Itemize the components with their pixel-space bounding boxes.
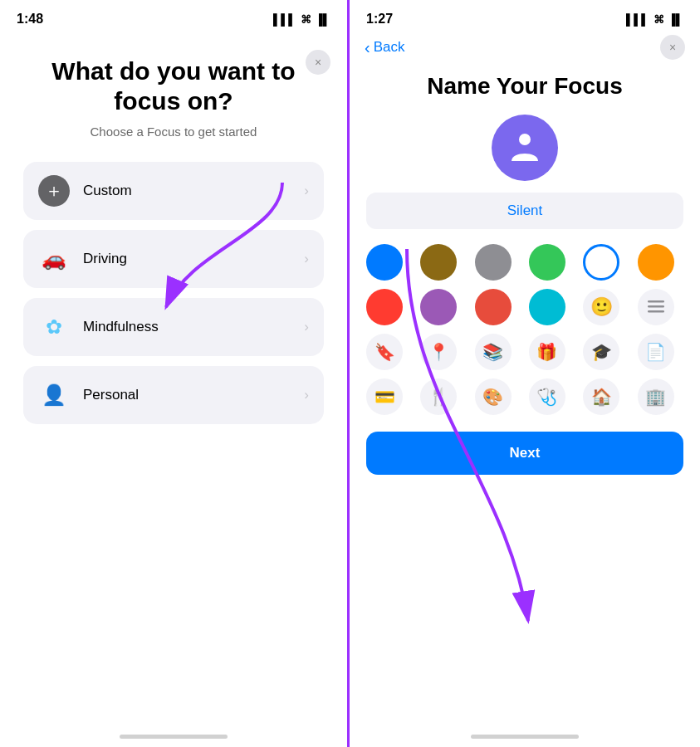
focus-item-personal[interactable]: 👤 Personal › xyxy=(23,366,324,424)
left-status-icons: ▌▌▌ ⌘ ▐▌ xyxy=(273,13,330,26)
wifi-icon: ⌘ xyxy=(301,13,311,26)
back-button[interactable]: ‹ Back xyxy=(365,38,404,57)
next-button[interactable]: Next xyxy=(366,432,683,475)
driving-icon: 🚗 xyxy=(38,243,70,275)
close-button-right[interactable]: × xyxy=(660,35,685,60)
left-home-indicator xyxy=(120,735,228,739)
right-signal-icon: ▌▌▌ xyxy=(626,13,649,26)
back-chevron-icon: ‹ xyxy=(365,38,370,57)
icon-fork[interactable]: 🍴 xyxy=(420,378,457,415)
right-home-indicator xyxy=(471,735,579,739)
color-red[interactable] xyxy=(366,289,403,325)
svg-rect-3 xyxy=(648,310,664,313)
color-teal[interactable] xyxy=(529,289,565,325)
left-content: What do you want to focus on? Choose a F… xyxy=(0,32,347,424)
icon-pin[interactable]: 📍 xyxy=(420,334,457,370)
back-label: Back xyxy=(374,39,405,56)
driving-chevron: › xyxy=(304,251,309,267)
icon-graduation[interactable]: 🎓 xyxy=(583,334,619,370)
icon-document[interactable]: 📄 xyxy=(638,334,674,370)
focus-item-mindfulness[interactable]: ✿ Mindfulness › xyxy=(23,298,324,356)
icon-gift[interactable]: 🎁 xyxy=(529,334,565,370)
left-time: 1:48 xyxy=(17,12,43,27)
color-green[interactable] xyxy=(529,244,565,281)
emoji-icon-cell[interactable]: 🙂 xyxy=(583,289,619,325)
icon-card[interactable]: 💳 xyxy=(366,378,403,415)
mindfulness-icon: ✿ xyxy=(38,311,70,343)
right-nav: ‹ Back × xyxy=(350,32,700,66)
personal-icon: 👤 xyxy=(38,379,70,411)
color-blue[interactable] xyxy=(366,244,403,281)
color-blue-selected[interactable] xyxy=(583,244,619,281)
focus-avatar xyxy=(492,115,558,181)
svg-rect-1 xyxy=(648,300,664,303)
right-panel: 1:27 ▌▌▌ ⌘ ▐▌ ‹ Back × Name Your Focus xyxy=(350,0,700,747)
left-panel: 1:48 ▌▌▌ ⌘ ▐▌ × What do you want to focu… xyxy=(0,0,350,747)
right-wifi-icon: ⌘ xyxy=(653,13,664,26)
driving-label: Driving xyxy=(83,251,304,267)
icon-building[interactable]: 🏢 xyxy=(638,378,674,415)
custom-icon: ＋ xyxy=(38,175,70,207)
svg-point-0 xyxy=(519,134,531,145)
left-title: What do you want to focus on? xyxy=(23,56,324,116)
color-purple[interactable] xyxy=(420,289,457,325)
icon-grid: 🔖 📍 📚 🎁 🎓 📄 💳 🍴 🎨 🩺 🏠 🏢 xyxy=(366,334,683,415)
focus-item-custom[interactable]: ＋ Custom › xyxy=(23,162,324,220)
left-status-bar: 1:48 ▌▌▌ ⌘ ▐▌ xyxy=(0,0,347,32)
right-battery-icon: ▐▌ xyxy=(668,13,683,26)
color-crimson[interactable] xyxy=(475,289,512,325)
personal-chevron: › xyxy=(304,387,309,403)
personal-label: Personal xyxy=(83,387,304,403)
close-button-left[interactable]: × xyxy=(306,50,330,75)
custom-chevron: › xyxy=(304,183,309,199)
mindfulness-chevron: › xyxy=(304,319,309,335)
color-grid: 🙂 xyxy=(366,244,683,325)
list-icon-cell[interactable] xyxy=(638,289,674,325)
icon-bookmark[interactable]: 🔖 xyxy=(366,334,403,370)
color-orange[interactable] xyxy=(638,244,674,281)
icon-home[interactable]: 🏠 xyxy=(583,378,619,415)
right-status-bar: 1:27 ▌▌▌ ⌘ ▐▌ xyxy=(350,0,700,32)
icon-palette[interactable]: 🎨 xyxy=(475,378,512,415)
battery-icon: ▐▌ xyxy=(316,13,330,26)
right-title: Name Your Focus xyxy=(427,73,622,100)
left-subtitle: Choose a Focus to get started xyxy=(23,124,324,139)
color-gray[interactable] xyxy=(475,244,512,281)
svg-rect-2 xyxy=(648,305,664,308)
focus-item-driving[interactable]: 🚗 Driving › xyxy=(23,230,324,288)
color-brown[interactable] xyxy=(420,244,457,281)
focus-list: ＋ Custom › 🚗 Driving › ✿ Mindfulness › 👤… xyxy=(23,162,324,424)
mindfulness-label: Mindfulness xyxy=(83,319,304,335)
right-content: Name Your Focus 🙂 xyxy=(350,66,700,475)
icon-books[interactable]: 📚 xyxy=(475,334,512,370)
avatar-person-icon xyxy=(507,129,543,166)
custom-label: Custom xyxy=(83,183,304,199)
list-lines-icon xyxy=(648,300,664,315)
icon-health[interactable]: 🩺 xyxy=(529,378,565,415)
focus-name-input[interactable] xyxy=(366,193,683,229)
right-time: 1:27 xyxy=(366,12,393,27)
right-status-icons: ▌▌▌ ⌘ ▐▌ xyxy=(626,13,683,26)
signal-icon: ▌▌▌ xyxy=(273,13,296,26)
